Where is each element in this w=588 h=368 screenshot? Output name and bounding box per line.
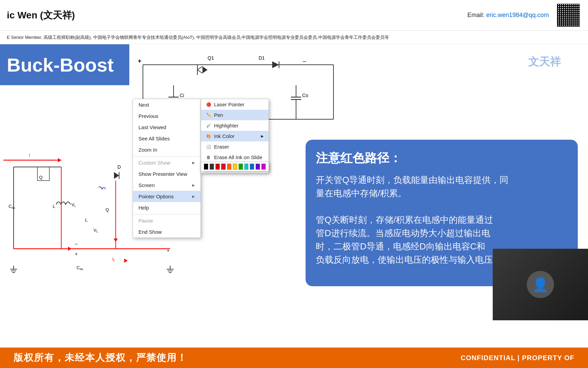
subtitle-bar: E Senior Member, 高级工程师职称(副高级), 中国电子学会物联网… [0,31,588,44]
screen-arrow: ▶ [192,183,195,187]
svg-text:–: – [303,58,306,64]
menu-item-end-show[interactable]: End Show [133,226,200,237]
svg-text:Q: Q [39,175,43,180]
menu-item-see-all-slides[interactable]: See All Slides [133,133,200,144]
color-swatch-yellow[interactable] [233,164,237,170]
svg-line-5 [197,70,202,73]
svg-text:+: + [75,251,78,257]
submenu-item-highlighter[interactable]: 🖊 Highlighter [201,120,268,131]
svg-text:–: – [75,241,78,246]
menu-item-help[interactable]: Help [133,202,200,213]
color-swatch-orange[interactable] [227,164,231,170]
svg-marker-39 [68,247,71,251]
menu-item-next[interactable]: Next [133,99,200,110]
svg-text:CIN: CIN [77,265,83,271]
email-area: Email: eric.wen1984@qq.com [468,12,549,19]
submenu-item-laser-pointer[interactable]: 🔴 Laser Pointer [201,99,268,110]
menu-item-pause[interactable]: Pause [133,215,200,226]
svg-text:IL: IL [112,257,115,262]
context-menu[interactable]: Next Previous Last Viewed See All Slides… [133,99,201,238]
eraser-icon: ⬜ [206,144,211,150]
svg-text:I: I [29,153,30,158]
header-bar: ic Wen (文天祥) Email: eric.wen1984@qq.com [0,0,588,31]
submenu-item-erase-all[interactable]: 🗑 Erase All Ink on Slide [201,152,268,163]
slide-title: Buck-Boost [7,54,114,76]
slide-area: ic Wen (文天祥) Email: eric.wen1984@qq.com … [0,0,588,368]
subtitle-text: E Senior Member, 高级工程师职称(副高级), 中国电子学会物联网… [7,34,389,41]
submenu-item-eraser[interactable]: ⬜ Eraser [201,141,268,152]
menu-item-previous[interactable]: Previous [133,110,200,122]
menu-item-show-presenter-view[interactable]: Show Presenter View [133,168,200,180]
svg-marker-44 [114,172,119,179]
svg-text:+: + [167,248,169,253]
svg-text:D: D [117,164,121,170]
bottom-bar: 版权所有，未经本人授权，严禁使用！ CONFIDENTIAL | PROPERT… [0,348,588,368]
svg-marker-52 [124,259,128,263]
svg-text:Ci: Ci [180,93,184,98]
menu-item-zoom-in[interactable]: Zoom In [133,144,200,155]
pointer-options-arrow: ▶ [192,195,195,198]
blue-box-title: 注意红色路径： [316,150,568,167]
email-link[interactable]: eric.wen1984@qq.com [486,12,549,18]
color-swatch-green[interactable] [239,164,243,170]
svg-text:D1: D1 [259,55,265,61]
color-swatch-darkgray[interactable] [210,164,214,170]
menu-item-last-viewed[interactable]: Last Viewed [133,122,200,133]
svg-marker-29 [58,158,61,162]
color-swatch-purple[interactable] [256,164,260,170]
erase-all-icon: 🗑 [206,155,211,160]
color-swatch-darkred[interactable] [215,164,220,170]
svg-text:VL: VL [71,202,76,208]
video-thumbnail: 👤 [493,249,588,320]
menu-item-custom-show[interactable]: Custom Show ▶ [133,157,200,168]
submenu-item-pen[interactable]: ✏️ Pen [201,110,268,120]
svg-text:Q: Q [105,207,109,212]
color-swatch-black[interactable] [204,164,208,170]
custom-show-arrow: ▶ [192,161,195,165]
svg-text:Q1: Q1 [208,55,214,61]
ink-color-submenu[interactable] [201,162,269,171]
qr-code [556,2,581,28]
svg-marker-42 [114,239,118,242]
title-box: Buck-Boost [0,44,129,85]
submenu-item-ink-color[interactable]: 🎨 Ink Color ▶ [201,131,268,141]
slide-content: Buck-Boost 文天祥 + Q1 D1 [0,44,588,341]
ink-color-icon: 🎨 [206,134,211,139]
svg-marker-6 [202,66,208,73]
svg-text:L: L [85,217,87,223]
menu-item-pointer-options[interactable]: Pointer Options ▶ [133,191,200,202]
color-swatch-red[interactable] [221,164,226,170]
svg-marker-9 [272,61,279,68]
svg-text:+: + [138,58,142,64]
ink-color-arrow: ▶ [261,134,264,138]
color-swatch-blue[interactable] [250,164,254,170]
color-swatch-cyan[interactable] [244,164,249,170]
pen-icon: ✏️ [206,112,211,118]
color-swatch-magenta[interactable] [261,164,266,170]
bottom-copyright-text: 版权所有，未经本人授权，严禁使用！ [14,351,187,364]
confidential-text: CONFIDENTIAL | PROPERTY OF [461,354,574,362]
svg-text:VL: VL [94,228,98,233]
ink-color-row [201,162,268,171]
highlighter-icon: 🖊 [206,123,211,128]
watermark: 文天祥 [528,55,561,70]
menu-separator-1 [133,156,200,156]
presenter-name: ic Wen (文天祥) [7,9,468,22]
svg-text:Co: Co [302,93,308,98]
svg-text:L: L [53,204,55,209]
laser-pointer-icon: 🔴 [206,102,211,107]
svg-line-4 [197,66,202,70]
menu-item-screen[interactable]: Screen ▶ [133,180,200,191]
menu-separator-2 [133,214,200,214]
